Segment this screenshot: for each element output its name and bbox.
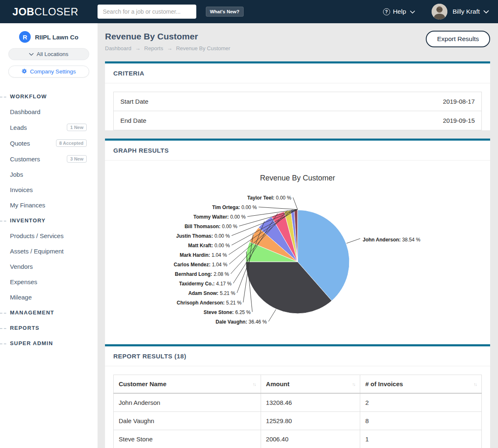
sidebar: R RIIPL Lawn Co All Locations Company Se… xyxy=(0,23,98,448)
criteria-value: 2019-09-15 xyxy=(443,117,475,124)
pie-label: Taylor Teel: 0.00 % xyxy=(247,195,292,201)
table-row: John Anderson13208.462 xyxy=(114,393,482,412)
nav-badge: 8 Accepted xyxy=(56,139,87,147)
criteria-value: 2019-08-17 xyxy=(443,98,475,105)
sidebar-section-workflow[interactable]: WORKFLOW xyxy=(0,89,98,104)
report-col-header: # of Invoices↑↓ xyxy=(360,375,482,394)
table-cell: 8 xyxy=(360,412,482,430)
report-results-card: REPORT RESULTS (18) Customer Name↑↓Amoun… xyxy=(105,344,490,448)
criteria-label: Start Date xyxy=(120,98,149,105)
sidebar-item-my-finances[interactable]: My Finances xyxy=(0,197,98,213)
topbar: JOBCLOSER What's New? ? Help Billy Kraft xyxy=(0,0,498,23)
whats-new-button[interactable]: What's New? xyxy=(206,7,244,17)
export-results-button[interactable]: Export Results xyxy=(426,31,490,47)
sidebar-item-label: Dashboard xyxy=(10,108,40,115)
avatar[interactable] xyxy=(432,4,447,19)
chart-title: Revenue By Customer xyxy=(260,174,335,182)
sidebar-item-label: My Finances xyxy=(10,202,45,209)
user-menu[interactable]: Billy Kraft xyxy=(453,8,480,15)
company-settings-button[interactable]: Company Settings xyxy=(8,66,89,78)
pie-label-connector xyxy=(293,197,298,209)
report-col-header: Amount↑↓ xyxy=(261,375,360,394)
criteria-card-title: CRITERIA xyxy=(105,63,490,83)
sidebar-item-vendors[interactable]: Vendors xyxy=(0,259,98,274)
sort-icon[interactable]: ↑↓ xyxy=(253,382,256,387)
report-col-label: # of Invoices xyxy=(365,380,403,387)
table-cell: Steve Stone xyxy=(114,430,261,448)
criteria-rows: Start Date2019-08-17End Date2019-09-15 xyxy=(113,92,482,130)
location-selector[interactable]: All Locations xyxy=(8,48,89,60)
sidebar-item-quotes[interactable]: Quotes8 Accepted xyxy=(0,135,98,151)
sidebar-item-invoices[interactable]: Invoices xyxy=(0,182,98,197)
pie-label: Justin Thomas: 0.00 % xyxy=(176,233,230,239)
page-title: Revenue By Customer xyxy=(105,32,230,41)
breadcrumb-separator-icon: → xyxy=(167,45,172,51)
app-logo[interactable]: JOBCLOSER xyxy=(12,6,78,18)
report-results-title: REPORT RESULTS (18) xyxy=(105,346,490,366)
pie-label: Taxidermy Co.: 4.17 % xyxy=(179,281,232,287)
sidebar-item-customers[interactable]: Customers3 New xyxy=(0,151,98,167)
sidebar-item-label: Expenses xyxy=(10,278,37,285)
breadcrumb-item: Revenue By Customer xyxy=(176,45,230,51)
search-input[interactable] xyxy=(98,5,196,19)
report-col-label: Customer Name xyxy=(119,380,166,387)
pie-label: Bernhard Long: 2.08 % xyxy=(175,271,229,277)
sidebar-item-label: Leads xyxy=(10,124,27,131)
pie-label: Tim Ortega: 0.00 % xyxy=(212,205,257,210)
pie-label-connector xyxy=(269,309,276,321)
logo-light: CLOSER xyxy=(34,6,78,17)
sidebar-section-inventory[interactable]: INVENTORY xyxy=(0,213,98,228)
table-cell: 2006.40 xyxy=(261,430,360,448)
table-cell: Dale Vaughn xyxy=(114,412,261,430)
criteria-row: Start Date2019-08-17 xyxy=(114,92,481,111)
sort-icon[interactable]: ↑↓ xyxy=(474,382,476,387)
sidebar-item-label: Mileage xyxy=(10,294,32,301)
sidebar-item-jobs[interactable]: Jobs xyxy=(0,167,98,182)
breadcrumb-item[interactable]: Reports xyxy=(144,45,164,51)
help-icon: ? xyxy=(383,8,390,15)
logo-bold: JOB xyxy=(12,6,34,17)
sort-icon[interactable]: ↑↓ xyxy=(352,382,355,387)
pie-label-connector xyxy=(347,239,360,243)
main-content: Revenue By Customer Dashboard→Reports→Re… xyxy=(98,23,498,448)
table-cell: 1 xyxy=(360,430,482,448)
sidebar-item-mileage[interactable]: Mileage xyxy=(0,290,98,305)
table-row: Dale Vaughn12529.808 xyxy=(114,412,482,430)
report-col-label: Amount xyxy=(266,380,290,387)
pie-label: John Anderson: 38.54 % xyxy=(363,237,420,243)
pie-chart-svg: Revenue By CustomerTaylor Teel: 0.00 %Ti… xyxy=(105,163,490,337)
pie-chart: Revenue By CustomerTaylor Teel: 0.00 %Ti… xyxy=(105,161,490,344)
sidebar-item-leads[interactable]: Leads1 New xyxy=(0,119,98,135)
pie-label: Matt Kraft: 0.00 % xyxy=(188,243,230,248)
sidebar-section-reports[interactable]: REPORTS xyxy=(0,320,98,336)
nav-badge: 3 New xyxy=(67,155,87,163)
criteria-row: End Date2019-09-15 xyxy=(114,111,481,130)
pie-label: Dale Vaughn: 36.46 % xyxy=(216,319,267,325)
table-row: Steve Stone2006.401 xyxy=(114,430,482,448)
pie-label: Carlos Mendez: 1.04 % xyxy=(174,262,228,268)
sidebar-item-assets-equipment[interactable]: Assets / Equipment xyxy=(0,243,98,259)
sidebar-item-dashboard[interactable]: Dashboard xyxy=(0,104,98,119)
pie-label: Bill Thomason: 0.00 % xyxy=(185,224,238,229)
sidebar-section-super-admin[interactable]: SUPER ADMIN xyxy=(0,336,98,351)
company-logo: R xyxy=(19,31,31,43)
sidebar-item-expenses[interactable]: Expenses xyxy=(0,274,98,290)
sidebar-item-label: Invoices xyxy=(10,186,33,193)
sidebar-section-management[interactable]: MANAGEMENT xyxy=(0,305,98,320)
breadcrumb: Dashboard→Reports→Revenue By Customer xyxy=(105,45,230,51)
sidebar-item-label: Assets / Equipment xyxy=(10,248,63,255)
location-selector-label: All Locations xyxy=(37,51,68,57)
nav-badge: 1 New xyxy=(67,124,87,131)
help-label: Help xyxy=(393,8,406,15)
company-settings-label: Company Settings xyxy=(30,68,76,75)
breadcrumb-item[interactable]: Dashboard xyxy=(105,45,132,51)
chevron-down-icon xyxy=(29,51,34,57)
pie-label: Mark Hardin: 1.04 % xyxy=(180,252,227,258)
company-header: R RIIPL Lawn Co xyxy=(0,31,98,43)
sidebar-item-products-services[interactable]: Products / Services xyxy=(0,228,98,243)
help-menu[interactable]: ? Help xyxy=(383,8,415,15)
table-cell: John Anderson xyxy=(114,393,261,412)
chevron-down-icon[interactable] xyxy=(483,8,489,15)
gear-icon xyxy=(22,68,27,75)
table-cell: 12529.80 xyxy=(261,412,360,430)
